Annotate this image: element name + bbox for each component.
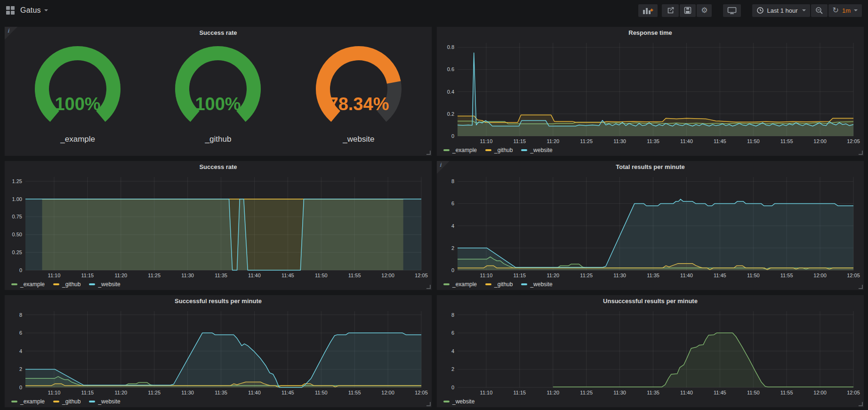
legend-item[interactable]: _github — [53, 281, 80, 288]
legend-item[interactable]: _example — [11, 281, 45, 288]
panel-resize-handle[interactable] — [859, 285, 863, 289]
success-rate-chart[interactable]: 11:1011:1511:2011:2511:3011:3511:4011:45… — [8, 173, 429, 280]
panel-success-rate: Success rate 11:1011:1511:2011:2511:3011… — [4, 161, 432, 290]
clock-icon — [756, 7, 764, 14]
legend-item[interactable]: _github — [53, 398, 80, 405]
gear-icon: ⚙ — [701, 7, 707, 14]
panel-info-corner[interactable] — [437, 161, 450, 174]
svg-text:0: 0 — [451, 133, 454, 139]
svg-text:11:45: 11:45 — [714, 390, 726, 395]
svg-text:0.8: 0.8 — [447, 44, 454, 50]
svg-text:11:20: 11:20 — [547, 138, 559, 144]
panel-title[interactable]: Success rate — [5, 27, 432, 39]
svg-text:11:45: 11:45 — [281, 390, 294, 395]
info-icon[interactable]: i — [8, 28, 9, 34]
panel-resize-handle[interactable] — [859, 151, 863, 155]
caret-down-icon — [44, 9, 48, 11]
legend-item[interactable]: _website — [521, 281, 552, 288]
zoom-out-button[interactable] — [811, 4, 828, 17]
panel-title[interactable]: Total results per minute — [437, 161, 864, 173]
legend-label: _website — [98, 281, 120, 288]
svg-text:12:05: 12:05 — [847, 390, 860, 395]
svg-text:4: 4 — [451, 348, 454, 354]
response-time-chart[interactable]: 11:1011:1511:2011:2511:3011:3511:4011:45… — [440, 39, 861, 145]
gauge-arc: 100% — [149, 44, 287, 131]
add-panel-icon — [643, 7, 653, 14]
svg-text:11:55: 11:55 — [780, 138, 793, 144]
panel-resize-handle[interactable] — [859, 402, 863, 406]
svg-text:11:50: 11:50 — [747, 138, 760, 144]
legend-label: _github — [494, 281, 513, 288]
series-swatch — [485, 149, 491, 151]
panel-total-results: i Total results per minute 11:1011:1511:… — [436, 161, 864, 290]
svg-text:11:15: 11:15 — [514, 390, 526, 395]
series-swatch — [53, 401, 59, 402]
svg-text:11:50: 11:50 — [747, 390, 760, 395]
panel-title[interactable]: Successful results per minute — [5, 295, 432, 307]
refresh-button[interactable]: ↻ 1m — [828, 4, 862, 17]
panel-title[interactable]: Success rate — [5, 161, 432, 173]
panel-title[interactable]: Unsuccessful results per minute — [437, 295, 864, 307]
legend-item[interactable]: _website — [89, 398, 120, 405]
panel-resize-handle[interactable] — [426, 285, 431, 289]
legend-label: _example — [452, 147, 477, 153]
tv-mode-button[interactable] — [723, 4, 741, 17]
share-button[interactable] — [662, 4, 679, 17]
svg-text:12:00: 12:00 — [813, 273, 827, 278]
panel-resize-handle[interactable] — [426, 402, 431, 406]
svg-text:12:00: 12:00 — [813, 138, 827, 144]
legend-label: _github — [62, 398, 80, 405]
svg-text:6: 6 — [451, 201, 454, 206]
info-icon[interactable]: i — [440, 162, 442, 168]
legend-item[interactable]: _github — [485, 281, 513, 288]
svg-text:11:45: 11:45 — [281, 273, 294, 278]
legend-item[interactable]: _website — [89, 281, 120, 288]
legend-label: _github — [494, 147, 513, 153]
panel-successful-results: Successful results per minute 11:1011:15… — [4, 295, 432, 408]
save-button[interactable] — [680, 4, 696, 17]
legend-item[interactable]: _example — [443, 147, 477, 153]
successful-results-chart[interactable]: 11:1011:1511:2011:2511:3011:3511:4011:45… — [8, 307, 429, 397]
time-range-label: Last 1 hour — [767, 7, 797, 14]
svg-text:11:50: 11:50 — [315, 390, 328, 395]
svg-text:1.00: 1.00 — [12, 196, 22, 202]
svg-text:11:10: 11:10 — [480, 138, 493, 144]
series-swatch — [521, 283, 527, 285]
svg-text:12:05: 12:05 — [847, 138, 860, 144]
legend-item[interactable]: _example — [443, 281, 477, 288]
gauge-label: _website — [343, 135, 374, 144]
legend-item[interactable]: _website — [521, 147, 552, 153]
legend-item[interactable]: _example — [11, 398, 45, 405]
total-results-chart[interactable]: 11:1011:1511:2011:2511:3011:3511:4011:45… — [440, 173, 861, 280]
legend-item[interactable]: _github — [485, 147, 513, 153]
panel-resize-handle[interactable] — [426, 151, 431, 155]
svg-text:11:30: 11:30 — [613, 390, 626, 395]
legend-item[interactable]: _website — [443, 398, 474, 405]
dashboard-title: Gatus — [20, 6, 41, 15]
dashboard-title-dropdown[interactable]: Gatus — [20, 6, 48, 15]
legend-label: _example — [20, 398, 45, 405]
legend-label: _website — [530, 281, 552, 288]
series-swatch — [89, 401, 95, 402]
unsuccessful-results-chart[interactable]: 11:1011:1511:2011:2511:3011:3511:4011:45… — [440, 307, 861, 397]
time-range-picker[interactable]: Last 1 hour — [752, 4, 810, 17]
legend: _example _github _website — [8, 397, 429, 406]
svg-text:11:45: 11:45 — [714, 138, 726, 144]
dashboard-grid-icon[interactable] — [6, 6, 15, 15]
series-swatch — [89, 283, 95, 285]
svg-text:11:30: 11:30 — [613, 138, 626, 144]
svg-text:11:10: 11:10 — [48, 273, 61, 278]
panel-info-corner[interactable] — [5, 27, 17, 40]
svg-text:2: 2 — [451, 366, 454, 372]
svg-text:12:00: 12:00 — [813, 390, 827, 395]
add-panel-button[interactable] — [638, 4, 658, 17]
panel-title[interactable]: Response time — [437, 27, 864, 39]
svg-text:0: 0 — [451, 267, 454, 273]
svg-text:8: 8 — [451, 178, 454, 184]
svg-text:11:25: 11:25 — [148, 390, 161, 395]
settings-button[interactable]: ⚙ — [697, 4, 712, 17]
svg-text:11:45: 11:45 — [714, 273, 726, 278]
svg-text:11:10: 11:10 — [480, 390, 493, 395]
svg-text:12:00: 12:00 — [381, 390, 394, 395]
series-swatch — [443, 283, 450, 285]
